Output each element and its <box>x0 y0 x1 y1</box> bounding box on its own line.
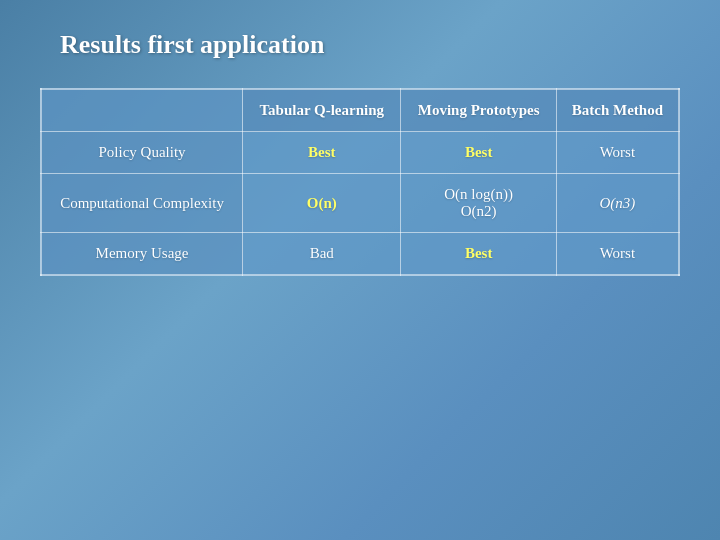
policy-moving-value: Best <box>401 132 556 174</box>
policy-batch-value: Worst <box>556 132 679 174</box>
results-table-wrapper: Tabular Q-learning Moving Prototypes Bat… <box>40 88 680 276</box>
row-header-policy: Policy Quality <box>41 132 243 174</box>
policy-tabular-value: Best <box>243 132 401 174</box>
header-batch: Batch Method <box>556 89 679 132</box>
table-header-row: Tabular Q-learning Moving Prototypes Bat… <box>41 89 679 132</box>
table-row: Policy Quality Best Best Worst <box>41 132 679 174</box>
header-empty <box>41 89 243 132</box>
results-table: Tabular Q-learning Moving Prototypes Bat… <box>40 88 680 276</box>
complexity-moving-value: O(n log(n)) O(n2) <box>401 174 556 233</box>
page-title: Results first application <box>60 30 324 60</box>
table-row: Computational Complexity O(n) O(n log(n)… <box>41 174 679 233</box>
header-tabular: Tabular Q-learning <box>243 89 401 132</box>
complexity-tabular-value: O(n) <box>243 174 401 233</box>
header-moving: Moving Prototypes <box>401 89 556 132</box>
memory-moving-value: Best <box>401 233 556 276</box>
table-row: Memory Usage Bad Best Worst <box>41 233 679 276</box>
memory-batch-value: Worst <box>556 233 679 276</box>
row-header-memory: Memory Usage <box>41 233 243 276</box>
complexity-batch-value: O(n3) <box>556 174 679 233</box>
row-header-complexity: Computational Complexity <box>41 174 243 233</box>
memory-tabular-value: Bad <box>243 233 401 276</box>
